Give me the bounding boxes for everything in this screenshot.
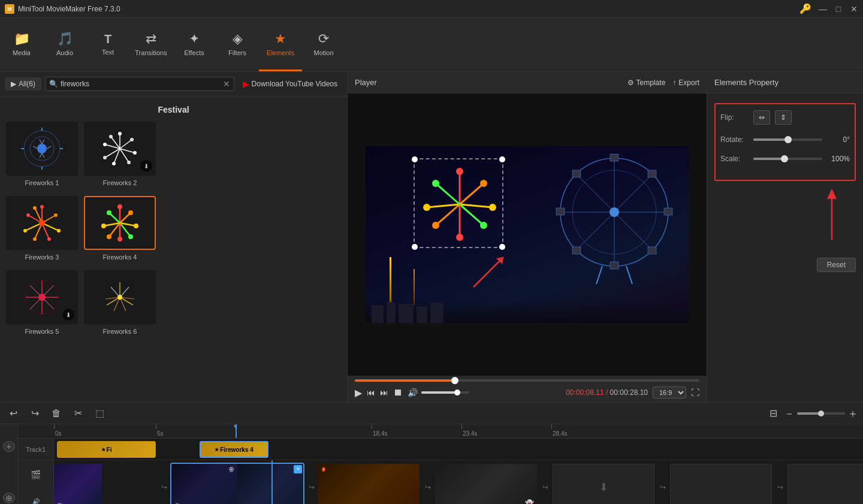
svg-point-60 (101, 224, 106, 228)
fullscreen-button[interactable]: ⛶ (691, 388, 699, 397)
chevron-right-icon: ▶ (11, 80, 16, 88)
ruler-mark-5s: 5s (156, 424, 164, 438)
toolbar-effects[interactable]: ✦ Effects (173, 18, 216, 71)
delete-button[interactable]: 🗑 (48, 405, 65, 422)
element-clip-fireworks4[interactable]: ★ Fireworks 4 (200, 441, 268, 458)
ruler-mark-23s: 23.4s (461, 424, 477, 438)
search-input[interactable] (61, 80, 221, 88)
prev-frame-button[interactable]: ⏮ (367, 388, 375, 397)
delete-badge[interactable]: ✕ (294, 465, 302, 473)
toolbar-elements[interactable]: ★ Elements (259, 18, 302, 71)
rotate-slider-handle[interactable] (784, 136, 792, 143)
volume-container: 🔊 (408, 388, 469, 397)
close-button[interactable]: ✕ (850, 5, 858, 13)
stop-button[interactable]: ⏹ (393, 387, 403, 398)
add-video-track-button[interactable]: ⊕ (3, 493, 15, 503)
download-youtube-button[interactable]: ▶ Download YouTube Videos (238, 77, 342, 91)
app-title: MiniTool MovieMaker Free 7.3.0 (18, 5, 120, 13)
aspect-ratio-select[interactable]: 16:9 9:16 1:1 4:3 21:9 (653, 387, 686, 399)
section-title: Festival (6, 105, 341, 114)
element-fireworks-3[interactable]: Fireworks 3 (6, 196, 78, 261)
element-fireworks-4[interactable]: Fireworks 4 (84, 196, 156, 261)
download-badge-5: ⬇ (62, 309, 74, 321)
svg-line-104 (436, 204, 460, 225)
maximize-button[interactable]: □ (834, 5, 843, 13)
transitions-icon: ⇄ (146, 31, 156, 47)
toolbar-text[interactable]: T Text (86, 18, 129, 71)
svg-rect-93 (648, 170, 656, 177)
redo-button[interactable]: ↪ (26, 405, 43, 422)
timeline-ruler: 0s 5s 18.4s 23.4s 28.4s (18, 424, 863, 439)
export-button[interactable]: ↑ Export (672, 79, 699, 87)
svg-point-56 (134, 224, 138, 228)
video-track-icon: 🎬 (31, 470, 41, 479)
toolbar-transitions[interactable]: ⇄ Transitions (129, 18, 173, 71)
scale-value: 100% (827, 155, 850, 163)
element-thumb-6 (84, 270, 156, 324)
zoom-handle[interactable] (818, 411, 824, 417)
track1-content: ★ Fi ★ Fireworks 4 (54, 439, 863, 460)
category-button[interactable]: ▶ All(6) (5, 77, 41, 90)
element-label-2: Fireworks 2 (103, 179, 137, 186)
element-fireworks-6[interactable]: Fireworks 6 (84, 270, 156, 335)
svg-point-71 (38, 294, 46, 301)
flip-vertical-button[interactable]: ⇕ (775, 110, 792, 125)
transfer-6: ↪ (773, 483, 787, 491)
toolbar-audio[interactable]: 🎵 Audio (43, 18, 86, 71)
elements-icon: ★ (274, 31, 286, 47)
reset-button[interactable]: Reset (817, 258, 856, 272)
export-label: Export (678, 79, 699, 87)
video-clip-3[interactable]: 🏮 (318, 464, 420, 505)
volume-slider[interactable] (421, 391, 469, 394)
play-button[interactable]: ▶ (355, 387, 362, 399)
toolbar-media[interactable]: 📁 Media (0, 18, 43, 71)
svg-marker-123 (827, 189, 837, 199)
video-clip-4[interactable]: 👻 (435, 464, 537, 505)
scale-slider-handle[interactable] (781, 155, 788, 162)
volume-handle[interactable] (454, 390, 460, 396)
element-fireworks-2[interactable]: ⬇ Fireworks 2 (84, 122, 156, 186)
zoom-in-button[interactable]: ＋ (847, 406, 858, 421)
export-icon: ↑ (672, 79, 676, 87)
video-clip-1[interactable]: City 🔊 (54, 464, 156, 505)
add-track-button[interactable]: + (3, 441, 15, 452)
svg-point-26 (103, 156, 107, 159)
svg-point-45 (39, 220, 45, 226)
progress-handle[interactable] (451, 377, 458, 384)
video-clip-2[interactable]: 🎡 🔊 ✕ (171, 464, 303, 505)
clip3-thumb: 🏮 (318, 464, 420, 505)
elements-row-1: Fireworks 1 (6, 122, 341, 186)
crop-button[interactable]: ⬚ (91, 405, 108, 422)
video-clip-7[interactable] (787, 464, 863, 505)
playhead[interactable] (236, 424, 237, 438)
volume-button[interactable]: 🔊 (408, 388, 418, 397)
search-clear-button[interactable]: ✕ (223, 79, 230, 89)
toolbar-motion[interactable]: ⟳ Motion (302, 18, 345, 71)
scale-slider[interactable] (753, 158, 822, 160)
video-clip-5[interactable]: ⬇ (553, 464, 654, 505)
key-icon[interactable]: 🔑 (799, 3, 811, 14)
minimize-button[interactable]: — (819, 5, 827, 13)
undo-button[interactable]: ↩ (5, 405, 22, 422)
svg-line-115 (473, 257, 503, 287)
progress-bar[interactable] (355, 379, 699, 382)
next-frame-button[interactable]: ⏭ (380, 388, 388, 397)
toolbar-filters[interactable]: ◈ Filters (216, 18, 259, 71)
zoom-slider[interactable] (797, 412, 845, 415)
track1-row: Track1 ★ Fi ★ Fireworks 4 (18, 439, 863, 460)
element-fireworks-1[interactable]: Fireworks 1 (6, 122, 78, 186)
split-view-button[interactable]: ⊟ (765, 405, 781, 422)
video-track-content: City 🔊 ↪ 🎡 (54, 460, 863, 504)
element-clip-fi[interactable]: ★ Fi (57, 441, 156, 458)
video-clip-6[interactable] (670, 464, 772, 505)
split-button[interactable]: ✂ (70, 405, 86, 422)
player-controls: ▶ ⏮ ⏭ ⏹ 🔊 00:00:08.11 / 00:00:28.10 (348, 376, 707, 402)
flip-horizontal-button[interactable]: ⇔ (753, 110, 770, 125)
zoom-out-button[interactable]: － (784, 406, 795, 421)
element-label-6: Fireworks 6 (103, 328, 137, 335)
properties-panel-header: Elements Property (707, 72, 863, 93)
element-fireworks-5[interactable]: ⬇ Fireworks 5 (6, 270, 78, 335)
element-thumb-4 (84, 196, 156, 250)
template-button[interactable]: ⚙ Template (627, 79, 666, 87)
rotate-slider[interactable] (753, 138, 822, 141)
